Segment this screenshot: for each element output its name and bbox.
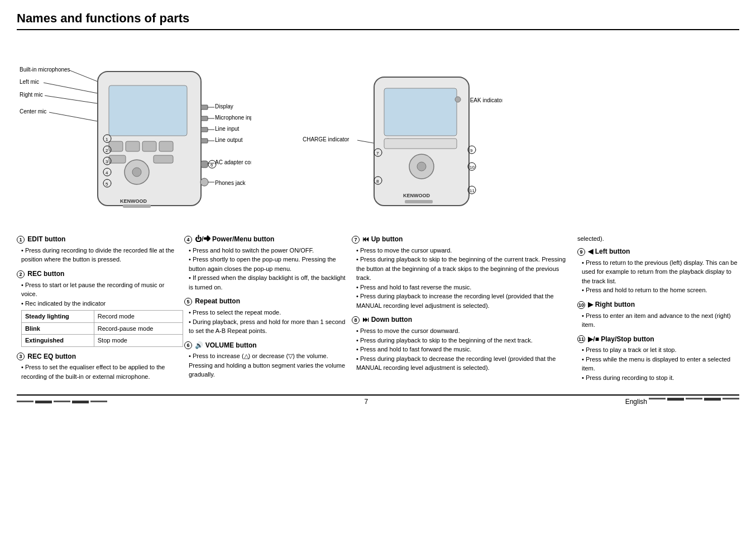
section-10-bullet-1: Press to enter an item and advance to th… <box>582 311 739 330</box>
section-8-bullet-2: Press during playback to skip to the beg… <box>356 336 572 345</box>
section-7-bullet-4: Press during playback to increase the re… <box>356 292 572 310</box>
section-2-title: 2 REC button <box>17 270 179 278</box>
svg-text:8: 8 <box>376 179 379 184</box>
svg-rect-12 <box>142 141 156 151</box>
num-1: 1 <box>17 236 25 244</box>
svg-text:2: 2 <box>106 148 108 153</box>
section-6-bullet-1: Press to increase (△) or decrease (▽) th… <box>189 351 346 379</box>
col-section-4: selected). 9 ◀ Left button Press to retu… <box>577 235 739 386</box>
footer-line-r2 <box>667 398 684 401</box>
section-8-bullet-1: Press to move the cursor downward. <box>356 326 572 336</box>
section-2-bullet-1: Press to start or let pause the recordin… <box>21 280 179 299</box>
section-9-bullet-2: Press and hold to return to the home scr… <box>582 285 739 295</box>
svg-rect-30 <box>201 105 208 110</box>
num-7: 7 <box>352 236 360 244</box>
section-7-bullet-1: Press to move the cursor upward. <box>356 246 572 255</box>
section-9-body: Press to return to the previous (left) d… <box>577 258 739 295</box>
svg-text:Phones jack: Phones jack <box>215 180 246 186</box>
footer-line-r3 <box>686 398 702 399</box>
table-cell: Extinguished <box>22 335 94 347</box>
footer-line-r5 <box>722 398 739 399</box>
num-9: 9 <box>577 248 585 256</box>
language-label: English <box>625 398 647 406</box>
diagram-container: Built-in microphones Left mic Right mic … <box>17 38 739 230</box>
section-3-title: 3 REC EQ button <box>17 353 179 361</box>
section-10-title: 10 ▶ Right button <box>577 301 739 309</box>
section-11-bullet-1: Press to play a track or let it stop. <box>582 345 739 355</box>
svg-text:Left mic: Left mic <box>20 79 39 85</box>
num-2: 2 <box>17 270 25 278</box>
svg-text:5: 5 <box>106 182 108 187</box>
col-section-1: 1 EDIT button Press during recording to … <box>17 235 179 386</box>
footer-lines-right: English <box>625 398 739 406</box>
section-4-title: 4 ⏻/➜ Power/Menu button <box>184 235 346 244</box>
col-section-3: 7 ⏮ Up button Press to move the cursor u… <box>352 235 572 386</box>
num-11: 11 <box>577 335 585 343</box>
svg-text:7: 7 <box>376 151 379 156</box>
section-7-bullet-3: Press and hold to fast reverse the music… <box>356 283 572 292</box>
footer-line-2 <box>35 401 52 403</box>
svg-rect-32 <box>201 127 208 132</box>
device-diagram-left: Built-in microphones Left mic Right mic … <box>17 38 251 230</box>
svg-text:KENWOOD: KENWOOD <box>403 193 430 198</box>
section-7-bullet-2: Press during playback to skip to the beg… <box>356 255 572 283</box>
page-number: 7 <box>364 398 368 406</box>
footer-line-1 <box>17 401 34 402</box>
section-8-body: Press to move the cursor downward. Press… <box>352 326 572 373</box>
table-cell: Record-pause mode <box>94 322 183 335</box>
right-device-svg: CHARGE indicator PEAK indicator KENWOO <box>302 38 503 228</box>
footer-lines-left <box>17 401 107 403</box>
table-cell: Stop mode <box>94 335 183 347</box>
svg-point-35 <box>200 178 208 186</box>
section-9-title: 9 ◀ Left button <box>577 248 739 256</box>
num-6: 6 <box>184 341 192 349</box>
section-6-title: 6 🔊 VOLUME button <box>184 341 346 350</box>
device-diagram-right: CHARGE indicator PEAK indicator KENWOO <box>302 38 491 230</box>
num-3: 3 <box>17 353 25 360</box>
table-cell: Blink <box>22 322 94 335</box>
section-2-body: Press to start or let pause the recordin… <box>17 280 179 347</box>
svg-text:3: 3 <box>106 159 108 164</box>
svg-rect-58 <box>384 139 457 149</box>
section-10-body: Press to enter an item and advance to th… <box>577 311 739 330</box>
svg-rect-9 <box>109 85 187 136</box>
num-10: 10 <box>577 301 585 309</box>
section-11-bullet-3: Press during recording to stop it. <box>582 373 739 383</box>
section-4-body: Press and hold to switch the power ON/OF… <box>184 246 346 292</box>
svg-rect-55 <box>384 88 457 136</box>
section-5-body: Press to select the repeat mode. During … <box>184 308 346 336</box>
svg-text:Line input: Line input <box>215 126 240 132</box>
table-cell: Record mode <box>94 311 183 323</box>
table-row: Steady lighting Record mode <box>22 311 183 323</box>
footer-line-r1 <box>649 398 666 399</box>
svg-rect-11 <box>126 141 140 151</box>
section-2-bullet-2: Rec indicated by the indicator <box>21 299 179 308</box>
section-4-bullet-3: If pressed when the display backlight is… <box>189 273 346 292</box>
footer-line-5 <box>90 401 107 402</box>
section-8-bullet-4: Press during playback to decrease the re… <box>356 354 572 373</box>
svg-text:10: 10 <box>470 165 475 170</box>
footer-line-3 <box>54 401 70 402</box>
svg-point-17 <box>132 168 141 177</box>
svg-text:Line output: Line output <box>215 137 243 143</box>
svg-line-3 <box>44 83 101 94</box>
section-11-body: Press to play a track or let it stop. Pr… <box>577 345 739 382</box>
svg-rect-14 <box>109 155 126 163</box>
svg-text:KENWOOD: KENWOOD <box>120 198 147 204</box>
svg-text:Built-in microphones: Built-in microphones <box>20 66 70 73</box>
svg-text:AC adapter connector: AC adapter connector <box>215 159 251 165</box>
section-8-bullet-3: Press and hold to fast forward the music… <box>356 345 572 354</box>
footer-line-r4 <box>704 398 721 401</box>
svg-line-7 <box>49 112 101 122</box>
num-8: 8 <box>352 316 360 324</box>
section-3-body: Press to set the equaliser effect to be … <box>17 363 179 381</box>
main-content: Built-in microphones Left mic Right mic … <box>17 38 739 386</box>
svg-text:Center mic: Center mic <box>20 108 46 115</box>
svg-rect-62 <box>405 200 433 203</box>
table-row: Blink Record-pause mode <box>22 322 183 335</box>
svg-line-1 <box>70 70 101 83</box>
section-6-body: Press to increase (△) or decrease (▽) th… <box>184 351 346 379</box>
left-device-svg: Built-in microphones Left mic Right mic … <box>17 38 251 228</box>
table-row: Extinguished Stop mode <box>22 335 183 347</box>
svg-point-57 <box>455 97 461 102</box>
